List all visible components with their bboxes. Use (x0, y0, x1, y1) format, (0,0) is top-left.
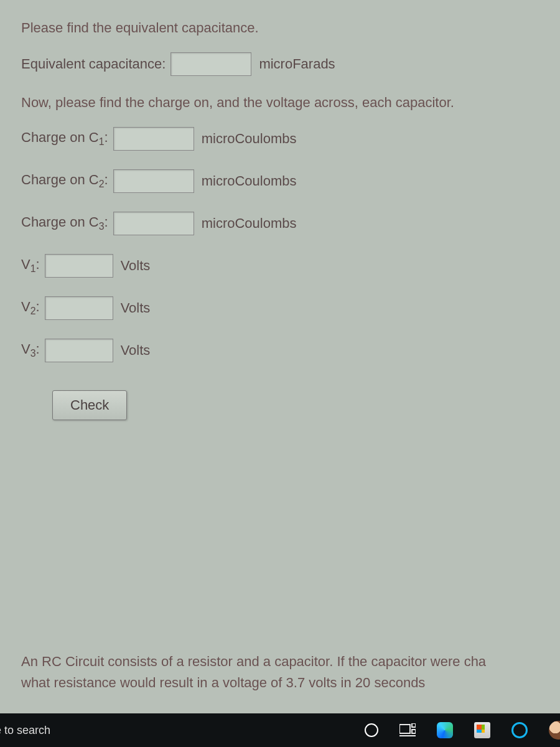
v2-label: V2: (21, 299, 40, 317)
cortana-blue-icon[interactable] (511, 722, 528, 738)
instruction-equivalent: Please find the equivalent capacitance. (21, 20, 543, 36)
row-charge-c1: Charge on C1: microCoulombs (21, 127, 543, 151)
charge-prefix: Charge on C (21, 129, 99, 145)
v3-label: V3: (21, 341, 40, 359)
v1-subscript: 1 (30, 264, 36, 275)
v3-subscript: 3 (30, 349, 36, 359)
v2-unit: Volts (121, 300, 151, 316)
v-prefix: V (21, 341, 30, 357)
eq-cap-input[interactable] (170, 52, 251, 76)
charge-c1-label: Charge on C1: (21, 129, 108, 148)
colon: : (36, 256, 40, 272)
charge-c2-label: Charge on C2: (21, 172, 108, 190)
instruction-charge-voltage: Now, please find the charge on, and the … (21, 95, 543, 111)
svg-rect-2 (412, 730, 416, 733)
check-button[interactable]: Check (52, 390, 127, 420)
rc-line1: An RC Circuit consists of a resistor and… (21, 651, 560, 672)
colon: : (36, 299, 40, 314)
svg-rect-0 (399, 725, 410, 733)
taskbar: e to search (0, 713, 560, 747)
cortana-icon[interactable] (365, 723, 378, 737)
charge-prefix: Charge on C (21, 214, 99, 230)
charge-c3-label: Charge on C3: (21, 214, 108, 232)
row-charge-c2: Charge on C2: microCoulombs (21, 169, 543, 193)
taskbar-icons (365, 721, 560, 740)
charge-prefix: Charge on C (21, 172, 99, 187)
c2-subscript: 2 (99, 179, 105, 190)
c1-subscript: 1 (99, 137, 105, 148)
eq-cap-label: Equivalent capacitance: (21, 56, 166, 72)
colon: : (105, 129, 108, 145)
v2-subscript: 2 (30, 306, 36, 317)
colon: : (36, 341, 40, 357)
rc-line2: what resistance would result in a voltag… (21, 672, 560, 693)
v3-unit: Volts (121, 342, 151, 359)
colon: : (105, 214, 108, 230)
charge-c1-input[interactable] (113, 127, 194, 151)
edge-icon[interactable] (437, 722, 453, 738)
c3-subscript: 3 (99, 222, 105, 232)
v-prefix: V (21, 256, 30, 272)
store-icon[interactable] (474, 722, 490, 738)
v1-unit: Volts (121, 258, 151, 274)
row-v2: V2: Volts (21, 296, 543, 320)
taskbar-search-text[interactable]: e to search (0, 724, 50, 737)
charge-c3-unit: microCoulombs (202, 215, 297, 232)
taskview-icon[interactable] (399, 723, 416, 737)
row-equivalent-capacitance: Equivalent capacitance: microFarads (21, 52, 543, 76)
chrome-avatar-icon[interactable] (549, 721, 560, 740)
charge-c2-input[interactable] (113, 169, 194, 193)
svg-rect-1 (412, 723, 416, 727)
colon: : (105, 172, 108, 187)
row-charge-c3: Charge on C3: microCoulombs (21, 212, 543, 235)
rc-circuit-text: An RC Circuit consists of a resistor and… (21, 651, 560, 693)
row-v3: V3: Volts (21, 339, 543, 362)
v3-input[interactable] (45, 339, 113, 362)
charge-c3-input[interactable] (113, 212, 194, 235)
charge-c1-unit: microCoulombs (202, 131, 297, 147)
eq-cap-unit: microFarads (259, 56, 335, 72)
v1-input[interactable] (45, 254, 113, 278)
v1-label: V1: (21, 256, 40, 275)
charge-c2-unit: microCoulombs (202, 173, 297, 189)
row-v1: V1: Volts (21, 254, 543, 278)
v-prefix: V (21, 299, 30, 314)
v2-input[interactable] (45, 296, 113, 320)
